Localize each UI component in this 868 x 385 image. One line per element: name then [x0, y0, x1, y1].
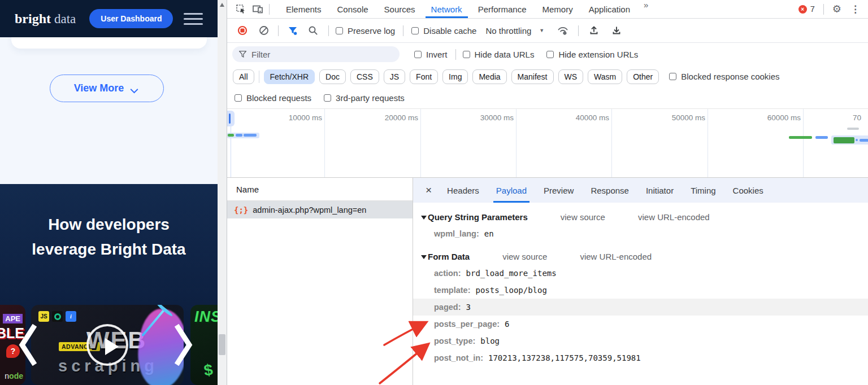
chip-ws[interactable]: WS: [558, 69, 584, 84]
chip-font[interactable]: Font: [410, 69, 438, 84]
tab-elements[interactable]: Elements: [278, 0, 329, 18]
view-more-button[interactable]: View More: [50, 75, 164, 102]
chip-css[interactable]: CSS: [350, 69, 379, 84]
chip-js[interactable]: JS: [384, 69, 405, 84]
checkbox-icon[interactable]: [324, 94, 331, 102]
chip-doc[interactable]: Doc: [319, 69, 346, 84]
timeline-tick: 20000 ms: [371, 113, 418, 122]
scrollbar-up-arrow-icon[interactable]: [220, 3, 224, 7]
view-source-link[interactable]: view source: [561, 212, 605, 222]
view-url-encoded-link[interactable]: view URL-encoded: [638, 212, 710, 222]
tab-performance[interactable]: Performance: [470, 0, 535, 18]
section-heading: How developers leverage Bright Data: [0, 212, 218, 262]
kebab-menu-icon[interactable]: ⋮: [847, 3, 863, 15]
gridline: [803, 109, 804, 177]
checkbox-icon[interactable]: [463, 51, 470, 58]
name-column-header[interactable]: Name: [227, 178, 413, 201]
chip-media[interactable]: Media: [472, 69, 506, 84]
invert-checkbox[interactable]: Invert: [414, 50, 448, 59]
gridline: [324, 109, 325, 177]
tab-initiator[interactable]: Initiator: [637, 178, 682, 203]
request-row-selected[interactable]: {;} admin-ajax.php?wpml_lang=en: [227, 201, 413, 218]
site-header: bright data User Dashboard: [0, 0, 218, 37]
chip-all[interactable]: All: [233, 69, 254, 84]
param-key: wpml_lang:: [434, 229, 479, 238]
tab-sources[interactable]: Sources: [376, 0, 423, 18]
error-count: 7: [810, 5, 815, 14]
tab-payload[interactable]: Payload: [488, 178, 535, 203]
checkbox-icon[interactable]: [546, 51, 554, 58]
disable-cache-checkbox[interactable]: Disable cache: [411, 26, 476, 36]
checkbox-icon[interactable]: [669, 73, 676, 80]
view-url-encoded-link[interactable]: view URL-encoded: [580, 252, 652, 261]
scrollbar-thumb[interactable]: [219, 334, 225, 355]
checkbox-icon[interactable]: [411, 27, 419, 34]
close-icon[interactable]: ×: [419, 184, 439, 196]
filter-funnel-icon[interactable]: [284, 24, 301, 37]
throttling-dropdown[interactable]: No throttling ▼: [485, 26, 544, 36]
section-title[interactable]: Query String Parameters: [421, 212, 528, 222]
tab-cookies[interactable]: Cookies: [724, 178, 772, 203]
timeline-tick: 50000 ms: [658, 113, 705, 122]
record-button[interactable]: [234, 24, 251, 37]
preserve-log-checkbox[interactable]: Preserve log: [336, 26, 395, 36]
clear-network-log-icon[interactable]: [255, 24, 272, 37]
checkbox-icon[interactable]: [414, 51, 422, 58]
chip-wasm[interactable]: Wasm: [588, 69, 622, 84]
hamburger-menu-icon[interactable]: [184, 13, 203, 25]
details-tab-bar: × Headers Payload Preview Response Initi…: [413, 178, 868, 203]
view-source-link[interactable]: view source: [502, 252, 547, 261]
video-thumbnail-right[interactable]: INSA $: [190, 305, 218, 385]
tab-timing[interactable]: Timing: [682, 178, 724, 203]
filter-input-pill[interactable]: [232, 46, 400, 62]
import-har-icon[interactable]: [585, 24, 602, 37]
section-title[interactable]: Form Data: [421, 252, 470, 261]
param-key: action:: [434, 269, 461, 278]
brightdata-logo[interactable]: bright data: [15, 11, 76, 27]
waterfall-bar: [860, 139, 868, 142]
param-key: paged:: [434, 303, 461, 312]
inspect-element-icon[interactable]: [232, 2, 249, 16]
gridline: [611, 109, 612, 177]
fetch-request-icon: {;}: [234, 205, 248, 215]
blocked-response-cookies-checkbox[interactable]: Blocked response cookies: [669, 72, 779, 81]
hide-data-urls-checkbox[interactable]: Hide data URLs: [463, 50, 535, 59]
chip-manifest[interactable]: Manifest: [511, 69, 554, 84]
blocked-requests-checkbox[interactable]: Blocked requests: [235, 93, 311, 103]
tab-application[interactable]: Application: [581, 0, 638, 18]
disclosure-triangle-icon: [421, 216, 427, 220]
settings-gear-icon[interactable]: ⚙: [827, 3, 847, 15]
chip-fetch-xhr[interactable]: Fetch/XHR: [264, 69, 315, 84]
hide-extension-urls-checkbox[interactable]: Hide extension URLs: [546, 50, 638, 59]
tab-network[interactable]: Network: [423, 0, 470, 18]
export-har-icon[interactable]: [608, 24, 625, 37]
timeline-tick: 40000 ms: [562, 113, 609, 122]
tab-memory[interactable]: Memory: [535, 0, 581, 18]
carousel-prev-button[interactable]: [18, 324, 37, 366]
checkbox-icon[interactable]: [235, 94, 242, 102]
param-key: post_not_in:: [434, 353, 483, 362]
param-row-paged-highlighted: paged: 3: [413, 299, 868, 316]
checkbox-icon[interactable]: [336, 27, 343, 34]
divider: [269, 4, 270, 15]
network-conditions-icon[interactable]: [554, 24, 571, 37]
tab-headers[interactable]: Headers: [439, 178, 488, 203]
play-button[interactable]: [86, 324, 128, 366]
tab-console[interactable]: Console: [329, 0, 376, 18]
chip-other[interactable]: Other: [627, 69, 659, 84]
user-dashboard-button[interactable]: User Dashboard: [89, 9, 173, 28]
filter-input[interactable]: [251, 50, 376, 59]
chip-img[interactable]: Img: [442, 69, 468, 84]
page-scrollbar[interactable]: [218, 0, 227, 385]
timeline-selection-handle[interactable]: [227, 111, 235, 126]
carousel-next-button[interactable]: [175, 324, 194, 366]
video-thumbnail-center[interactable]: JS i ADVANCED WEB scraping: [31, 305, 184, 385]
more-tabs-icon[interactable]: »: [638, 0, 654, 18]
tab-preview[interactable]: Preview: [535, 178, 582, 203]
search-icon[interactable]: [305, 24, 322, 37]
tab-response[interactable]: Response: [582, 178, 637, 203]
device-toolbar-icon[interactable]: [249, 2, 266, 16]
network-overview-timeline[interactable]: 10000 ms 20000 ms 30000 ms 40000 ms 5000…: [227, 109, 868, 178]
third-party-requests-checkbox[interactable]: 3rd-party requests: [324, 93, 405, 103]
error-badge-icon[interactable]: ×: [798, 5, 807, 14]
